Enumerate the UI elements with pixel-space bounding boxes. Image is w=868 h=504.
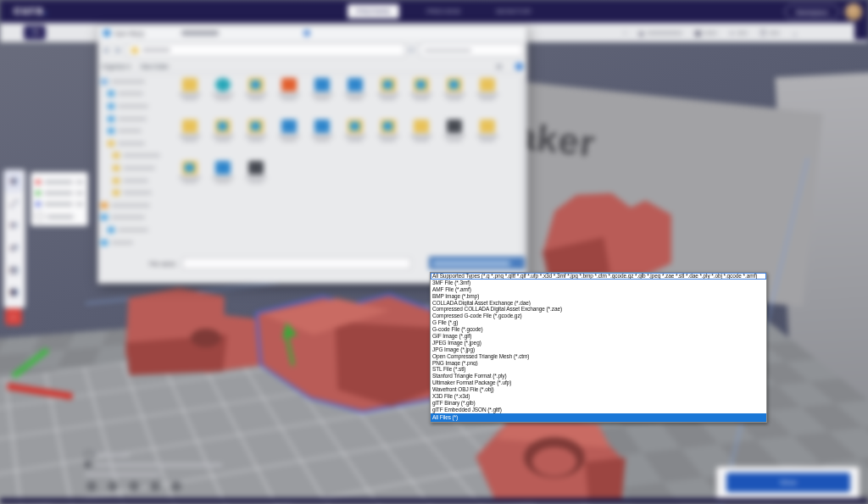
sidebar-folder-item[interactable] xyxy=(101,212,169,224)
mirror-tool-button[interactable]: ⇄ xyxy=(4,236,23,258)
file-item[interactable] xyxy=(305,117,338,158)
file-item[interactable] xyxy=(404,117,437,158)
file-type-option[interactable]: G-code File (*.gcode) xyxy=(431,326,766,333)
sidebar-folder-item[interactable] xyxy=(101,186,169,199)
tab-prepare[interactable]: PREPARE xyxy=(348,4,399,19)
z-axis-input[interactable] xyxy=(44,202,73,206)
file-type-combobox[interactable] xyxy=(429,257,525,269)
file-item[interactable] xyxy=(371,117,404,158)
file-type-option[interactable]: Compressed G-code File (*.gcode.gz) xyxy=(431,313,766,319)
dialog-scrollbar[interactable] xyxy=(521,75,525,277)
settings-item[interactable]: ⌄ xyxy=(792,29,798,37)
sidebar-folder-item[interactable] xyxy=(101,88,169,101)
tab-preview[interactable]: PREVIEW xyxy=(418,4,469,19)
dialog-title-bar[interactable]: Open file(s) xyxy=(98,26,526,40)
file-type-option[interactable]: glTF Embedded JSON (*.gltf) xyxy=(431,407,766,413)
lock-model-row[interactable] xyxy=(36,211,83,222)
file-type-option[interactable]: Wavefront OBJ File (*.obj) xyxy=(431,386,766,393)
sidebar-folder-item[interactable] xyxy=(101,100,169,113)
open-file-button[interactable]: ❐ xyxy=(24,25,46,40)
sidebar-folder-item[interactable] xyxy=(101,236,169,249)
file-type-option[interactable]: Compressed COLLADA Digital Asset Exchang… xyxy=(431,306,766,313)
sidebar-folder-item[interactable] xyxy=(101,174,169,187)
sidebar-folder-item[interactable] xyxy=(101,125,169,137)
new-folder-button[interactable]: New folder xyxy=(141,64,169,69)
y-axis-input[interactable] xyxy=(44,191,73,195)
file-item[interactable] xyxy=(206,75,239,117)
file-type-option[interactable]: AMF File (*.amf) xyxy=(431,286,766,293)
help-icon[interactable]: ? xyxy=(515,63,523,70)
file-item[interactable] xyxy=(272,117,305,158)
view-left-button[interactable] xyxy=(150,481,160,491)
view-right-button[interactable] xyxy=(171,481,181,491)
file-type-option[interactable]: 3MF File (*.3mf) xyxy=(431,280,766,286)
file-item[interactable] xyxy=(173,75,206,117)
scale-tool-button[interactable]: ⤢ xyxy=(4,192,23,214)
marketplace-button[interactable]: Marketplace xyxy=(785,4,839,19)
file-item[interactable] xyxy=(437,75,470,117)
rotate-tool-button[interactable]: ⟳ xyxy=(4,214,23,236)
settings-item[interactable]: ◗ xyxy=(729,29,747,37)
file-item[interactable] xyxy=(371,75,404,117)
pencil-icon[interactable] xyxy=(85,462,91,468)
file-item[interactable] xyxy=(470,117,504,158)
view-3d-button[interactable] xyxy=(86,481,97,491)
sidebar-folder-item[interactable] xyxy=(101,199,169,212)
settings-item[interactable]: ⬙ xyxy=(638,29,682,37)
sidebar-folder-item[interactable] xyxy=(101,113,169,125)
file-type-option[interactable]: G File (*.g) xyxy=(431,319,766,326)
file-type-option[interactable]: GIF Image (*.gif) xyxy=(431,333,766,340)
settings-item[interactable]: ▦ xyxy=(694,29,718,37)
file-item[interactable] xyxy=(239,117,272,158)
file-item[interactable] xyxy=(206,117,239,158)
object-list-toggle[interactable] xyxy=(85,451,130,459)
move-tool-button[interactable]: ✥ xyxy=(4,170,23,192)
file-type-option[interactable]: Ultimaker Format Package (*.ufp) xyxy=(431,379,766,386)
sidebar-folder-item[interactable] xyxy=(101,137,169,150)
lock-model-checkbox[interactable] xyxy=(36,213,43,220)
file-type-option[interactable]: All Files (*) xyxy=(431,413,766,422)
sidebar-folder-item[interactable] xyxy=(101,75,169,88)
settings-item[interactable]: ☰ xyxy=(760,29,780,37)
file-item[interactable] xyxy=(173,158,206,200)
tab-monitor[interactable]: MONITOR xyxy=(488,4,540,19)
sidebar-folder-item[interactable] xyxy=(101,150,169,163)
sidebar-folder-item[interactable] xyxy=(101,162,169,174)
refresh-button[interactable]: ⟳ xyxy=(409,47,416,54)
file-item[interactable] xyxy=(173,117,206,158)
file-item[interactable] xyxy=(338,75,371,117)
file-item[interactable] xyxy=(470,75,504,117)
file-item[interactable] xyxy=(437,117,470,158)
file-type-option[interactable]: STL File (*.stl) xyxy=(431,366,766,373)
file-name-input[interactable] xyxy=(182,258,411,269)
file-item[interactable] xyxy=(272,75,305,117)
file-type-option[interactable]: JPG Image (*.jpg) xyxy=(431,346,766,353)
file-item[interactable] xyxy=(404,75,437,117)
file-type-option[interactable]: PNG Image (*.png) xyxy=(431,360,766,367)
file-type-option[interactable]: COLLADA Digital Asset Exchange (*.dae) xyxy=(431,300,766,307)
support-blocker-button[interactable]: ▣ xyxy=(4,280,23,302)
file-type-option[interactable]: All Supported Types (*.g *.png *.gltf *.… xyxy=(431,273,766,280)
file-item[interactable] xyxy=(206,158,239,200)
per-model-settings-button[interactable]: ▤ xyxy=(4,258,23,280)
print-settings-bar[interactable]: ‹⬙▦◗☰⌄ xyxy=(624,25,798,40)
file-item[interactable] xyxy=(239,75,272,117)
file-item[interactable] xyxy=(239,158,272,200)
view-top-button[interactable] xyxy=(129,481,139,491)
file-item[interactable] xyxy=(338,117,371,158)
file-type-option[interactable]: Stanford Triangle Format (*.ply) xyxy=(431,373,766,379)
file-item[interactable] xyxy=(305,75,338,117)
record-button[interactable]: ▪ xyxy=(5,308,22,325)
view-front-button[interactable] xyxy=(108,481,118,491)
x-axis-input[interactable] xyxy=(44,180,73,184)
slice-button[interactable]: Slice xyxy=(726,473,850,492)
move-gizmo-arrow[interactable] xyxy=(279,320,297,338)
search-box[interactable] xyxy=(420,43,523,57)
file-type-option[interactable]: BMP Image (*.bmp) xyxy=(431,293,766,300)
view-toggle-icon[interactable]: ▤ xyxy=(496,64,502,70)
address-bar[interactable] xyxy=(127,43,405,57)
file-type-option[interactable]: X3D File (*.x3d) xyxy=(431,393,766,400)
sidebar-folder-item[interactable] xyxy=(101,224,169,236)
settings-item[interactable]: ‹ xyxy=(624,29,626,37)
organize-button[interactable]: Organize ▾ xyxy=(102,64,131,70)
